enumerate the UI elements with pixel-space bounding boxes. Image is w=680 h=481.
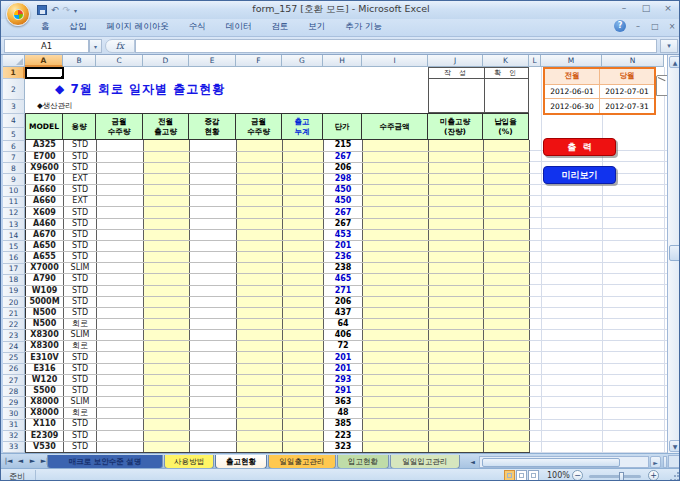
ribbon-tab-8[interactable]: 추가 기능 — [335, 19, 392, 37]
zoom-out-icon[interactable]: − — [572, 470, 583, 481]
horizontal-scroll-thumb[interactable] — [482, 458, 620, 467]
table-header-cell[interactable]: 단가 — [323, 113, 362, 140]
cell[interactable] — [363, 285, 429, 296]
cell[interactable] — [283, 162, 324, 173]
cell[interactable] — [97, 274, 144, 285]
cell[interactable]: STD — [64, 207, 97, 218]
row-header-31[interactable]: 31 — [3, 420, 25, 431]
cell[interactable] — [97, 196, 144, 207]
ribbon-tab-1[interactable]: 홈 — [31, 19, 60, 37]
cell[interactable] — [429, 419, 484, 430]
cell[interactable]: A460 — [26, 218, 64, 229]
sheet-tab-3[interactable]: 출고현황 — [215, 455, 267, 469]
cell[interactable] — [97, 397, 144, 408]
cell[interactable] — [237, 408, 283, 419]
cell[interactable]: 5000M — [26, 296, 64, 307]
cell[interactable] — [429, 374, 484, 385]
cell[interactable] — [190, 374, 237, 385]
office-button[interactable] — [6, 2, 30, 26]
cell[interactable] — [429, 363, 484, 374]
cell[interactable] — [283, 363, 324, 374]
cell[interactable] — [144, 240, 190, 251]
cell[interactable] — [190, 408, 237, 419]
column-header-D[interactable]: D — [143, 55, 189, 67]
ribbon-tab-5[interactable]: 데이터 — [216, 19, 262, 37]
cell[interactable]: STD — [64, 441, 97, 452]
cell[interactable] — [429, 352, 484, 363]
cell[interactable] — [283, 352, 324, 363]
cell[interactable] — [363, 263, 429, 274]
cell[interactable]: A790 — [26, 274, 64, 285]
cell[interactable] — [237, 307, 283, 318]
cell[interactable] — [484, 352, 530, 363]
cell[interactable] — [429, 341, 484, 352]
cell[interactable] — [190, 274, 237, 285]
cell[interactable] — [237, 397, 283, 408]
print-button[interactable]: 출 력 — [543, 138, 616, 156]
cell[interactable] — [363, 173, 429, 184]
cell[interactable]: 48 — [324, 408, 363, 419]
cell[interactable] — [363, 319, 429, 330]
cell[interactable] — [283, 319, 324, 330]
cell[interactable]: V530 — [26, 441, 64, 452]
cell[interactable] — [363, 408, 429, 419]
cell[interactable] — [97, 330, 144, 341]
first-sheet-icon[interactable]: |◄ — [4, 456, 13, 467]
cell[interactable]: N500 — [26, 319, 64, 330]
cell[interactable] — [283, 296, 324, 307]
cell[interactable] — [97, 151, 144, 162]
ribbon-tab-7[interactable]: 보기 — [298, 19, 335, 37]
cell[interactable] — [363, 162, 429, 173]
workbook-close-button[interactable]: × — [667, 22, 677, 31]
cell[interactable]: E170 — [26, 173, 64, 184]
table-header-cell[interactable]: MODEL — [25, 113, 63, 140]
cell[interactable] — [144, 285, 190, 296]
cell[interactable] — [429, 330, 484, 341]
cell[interactable]: EXT — [64, 173, 97, 184]
cell[interactable] — [484, 207, 530, 218]
resize-grip[interactable] — [669, 472, 679, 481]
cell[interactable] — [484, 285, 530, 296]
cell[interactable] — [190, 430, 237, 441]
table-header-cell[interactable]: 미출고량 (잔량) — [428, 113, 483, 140]
cell[interactable] — [144, 408, 190, 419]
next-sheet-icon[interactable]: ► — [28, 456, 37, 467]
cell[interactable] — [97, 385, 144, 396]
cell[interactable] — [97, 441, 144, 452]
cell[interactable] — [429, 285, 484, 296]
cell[interactable] — [283, 218, 324, 229]
cell[interactable] — [363, 140, 429, 151]
cell[interactable] — [429, 207, 484, 218]
prev-sheet-icon[interactable]: ◄ — [16, 456, 25, 467]
cell[interactable] — [144, 419, 190, 430]
cell[interactable] — [429, 430, 484, 441]
cell[interactable]: E310V — [26, 352, 64, 363]
row-header-5[interactable]: 5 — [3, 128, 25, 141]
cell[interactable]: A650 — [26, 240, 64, 251]
cell[interactable]: A660 — [26, 185, 64, 196]
cell[interactable] — [190, 397, 237, 408]
cell[interactable] — [190, 307, 237, 318]
sheet-tab-1[interactable]: 매크로 보안수준 설명 — [47, 455, 163, 469]
cell[interactable]: 450 — [324, 196, 363, 207]
cell[interactable] — [484, 296, 530, 307]
cell[interactable]: STD — [64, 218, 97, 229]
cell[interactable] — [190, 140, 237, 151]
cell[interactable] — [97, 252, 144, 263]
cell[interactable] — [97, 408, 144, 419]
cell[interactable] — [429, 240, 484, 251]
row-header-3[interactable]: 3 — [3, 100, 25, 114]
cell[interactable] — [283, 330, 324, 341]
cell[interactable] — [429, 151, 484, 162]
ribbon-tab-4[interactable]: 수식 — [179, 19, 216, 37]
cell[interactable] — [484, 397, 530, 408]
row-header-2[interactable]: 2 — [3, 79, 25, 100]
row-header-33[interactable]: 33 — [3, 442, 25, 453]
row-header-6[interactable]: 6 — [3, 141, 25, 152]
cell[interactable]: STD — [64, 285, 97, 296]
cell[interactable] — [97, 319, 144, 330]
cell[interactable]: 회로 — [64, 341, 97, 352]
cell[interactable]: 206 — [324, 162, 363, 173]
cell[interactable] — [283, 207, 324, 218]
cell[interactable] — [190, 185, 237, 196]
